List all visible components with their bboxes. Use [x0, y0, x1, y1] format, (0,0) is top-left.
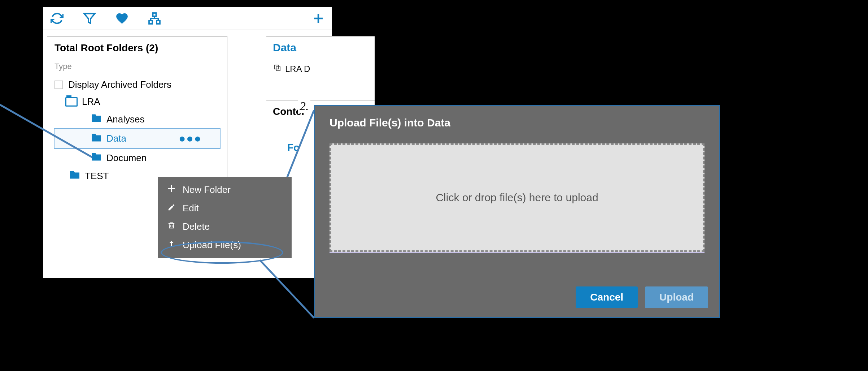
- svg-line-12: [260, 260, 314, 318]
- menu-label: Delete: [183, 221, 210, 232]
- pencil-icon: [167, 203, 176, 214]
- dialog-title: Upload File(s) into Data: [315, 106, 719, 136]
- svg-rect-9: [168, 188, 175, 189]
- menu-label: New Folder: [183, 184, 231, 195]
- trash-icon: [167, 221, 176, 232]
- cancel-button[interactable]: Cancel: [576, 286, 638, 308]
- menu-delete[interactable]: Delete: [158, 217, 292, 236]
- upload-dialog: Upload File(s) into Data Click or drop f…: [314, 105, 720, 318]
- plus-icon: [167, 184, 176, 195]
- menu-new-folder[interactable]: New Folder: [158, 181, 292, 199]
- connector-line-2: [0, 0, 361, 325]
- menu-label: Edit: [183, 203, 199, 214]
- drop-underline: [330, 252, 705, 253]
- upload-button[interactable]: Upload: [645, 286, 708, 308]
- menu-edit[interactable]: Edit: [158, 199, 292, 217]
- drop-zone[interactable]: Click or drop file(s) here to upload: [330, 143, 705, 252]
- callout-oval: [161, 241, 283, 264]
- dialog-buttons: Cancel Upload: [576, 286, 708, 308]
- drop-zone-text: Click or drop file(s) here to upload: [436, 191, 598, 204]
